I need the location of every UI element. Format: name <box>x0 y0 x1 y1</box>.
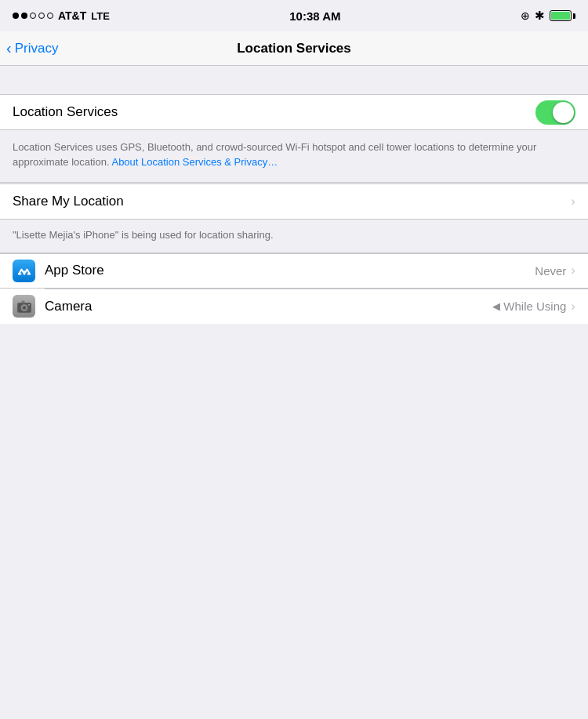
svg-rect-4 <box>21 300 24 303</box>
camera-icon <box>13 295 35 318</box>
battery-fill <box>551 12 570 20</box>
back-chevron-icon: ‹ <box>6 40 12 56</box>
dot-4 <box>38 13 45 19</box>
share-location-label: Share My Location <box>13 194 124 209</box>
nav-title: Location Services <box>237 41 351 56</box>
top-spacer <box>0 66 588 94</box>
app-store-name: App Store <box>45 263 535 278</box>
app-store-row[interactable]: App Store Never › <box>0 254 588 289</box>
about-link[interactable]: About Location Services & Privacy… <box>111 156 278 168</box>
camera-name: Camera <box>45 299 492 314</box>
camera-status: ◀ While Using <box>492 300 566 313</box>
location-services-section: Location Services <box>0 94 588 130</box>
dot-2 <box>21 13 27 19</box>
share-location-section: Share My Location › <box>0 183 588 220</box>
share-location-chevron-icon: › <box>571 194 575 209</box>
battery <box>550 10 575 21</box>
back-button[interactable]: ‹ Privacy <box>6 41 58 56</box>
network-text: LTE <box>91 10 110 22</box>
dot-1 <box>13 13 19 19</box>
share-location-row[interactable]: Share My Location › <box>0 184 588 219</box>
camera-row[interactable]: Camera ◀ While Using › <box>0 289 588 324</box>
svg-rect-5 <box>28 304 30 306</box>
dot-3 <box>30 13 36 19</box>
app-store-status: Never <box>535 264 566 278</box>
signal-dots <box>13 13 53 19</box>
toggle-knob <box>553 102 574 123</box>
location-services-toggle[interactable] <box>535 100 575 125</box>
camera-svg <box>16 300 32 314</box>
app-store-chevron-icon: › <box>571 263 575 278</box>
carrier-text: AT&T <box>58 9 86 22</box>
lock-icon: ⊕ <box>521 9 530 22</box>
status-left: AT&T LTE <box>13 9 110 22</box>
status-time: 10:38 AM <box>289 9 340 23</box>
location-arrow-icon: ◀ <box>492 300 500 312</box>
svg-point-3 <box>23 307 24 308</box>
app-store-icon <box>13 260 35 282</box>
app-store-svg <box>16 262 33 279</box>
back-label: Privacy <box>15 41 59 56</box>
share-location-description: "Lisette Mejia's iPhone" is being used f… <box>0 220 588 252</box>
location-description-block: Location Services uses GPS, Bluetooth, a… <box>0 130 588 183</box>
description-text: Location Services uses GPS, Bluetooth, a… <box>13 141 536 168</box>
share-location-subtext: "Lisette Mejia's iPhone" is being used f… <box>13 229 274 241</box>
battery-body <box>550 10 572 21</box>
status-right: ⊕ ✱ <box>521 9 575 23</box>
battery-tip <box>573 13 575 19</box>
bluetooth-icon: ✱ <box>535 9 545 23</box>
nav-bar: ‹ Privacy Location Services <box>0 31 588 66</box>
camera-status-text: While Using <box>503 300 566 313</box>
dot-5 <box>47 13 53 19</box>
status-bar: AT&T LTE 10:38 AM ⊕ ✱ <box>0 0 588 31</box>
app-store-status-text: Never <box>535 264 566 278</box>
location-services-row: Location Services <box>0 95 588 129</box>
camera-chevron-icon: › <box>571 299 575 314</box>
location-services-label: Location Services <box>13 104 118 120</box>
app-list-section: App Store Never › Camera ◀ While Using › <box>0 253 588 324</box>
